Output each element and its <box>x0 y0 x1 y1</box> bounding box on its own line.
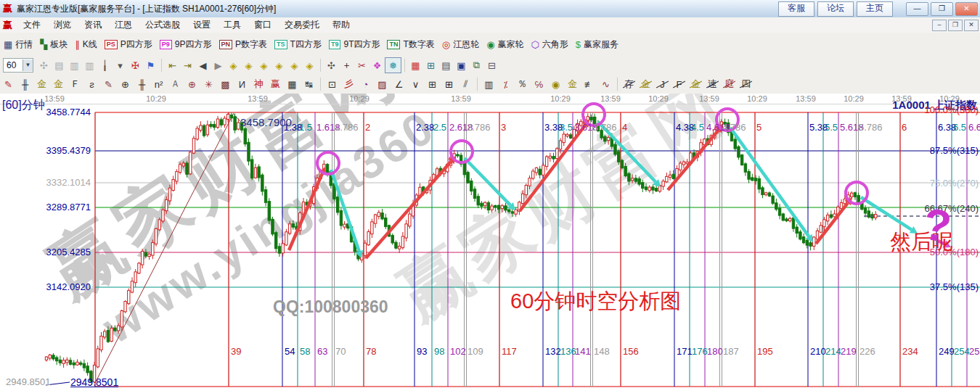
j-angle-icon[interactable]: J <box>654 77 671 92</box>
ruler-icon[interactable]: ╫ <box>17 77 33 92</box>
menu-item-交易委托[interactable]: 交易委托 <box>278 20 326 30</box>
pen-icon[interactable]: ✎ <box>0 77 17 92</box>
child-minimize-button[interactable]: – <box>932 20 947 31</box>
magenta-tool-icon[interactable]: ❖ <box>369 58 385 73</box>
angle-a-icon[interactable]: Ａ <box>167 77 184 92</box>
angle-icon[interactable]: ∠ <box>391 77 407 92</box>
percent-line-icon[interactable]: ⁒ <box>497 77 514 92</box>
first-icon[interactable]: ⇤ <box>165 58 180 73</box>
candlestick-chart[interactable] <box>0 94 980 388</box>
figure-icon[interactable]: ✠ <box>128 58 143 73</box>
homepage-button[interactable]: 主页 <box>857 1 893 17</box>
flag-chart-icon[interactable]: ⚑ <box>143 58 158 73</box>
chart9-icon[interactable]: ▥ <box>82 58 97 73</box>
prev-icon[interactable]: ◀ <box>195 58 211 73</box>
calendar-icon[interactable]: ▦ <box>408 58 423 73</box>
gold-circle-icon[interactable]: ◉ <box>547 77 564 92</box>
customer-service-button[interactable]: 客服 <box>778 1 814 17</box>
scissors-icon[interactable]: ✂ <box>354 58 369 73</box>
arc-icon[interactable]: ◔ <box>357 77 374 92</box>
notes-icon[interactable]: ▤ <box>438 58 454 73</box>
diamond-v-icon[interactable]: ◈ <box>287 58 302 73</box>
hash-icon[interactable]: ╫ <box>134 77 150 92</box>
forum-button[interactable]: 论坛 <box>817 1 854 17</box>
menu-item-窗口[interactable]: 窗口 <box>248 20 278 30</box>
chart3-icon[interactable]: ▥ <box>67 58 82 73</box>
menu-item-帮助[interactable]: 帮助 <box>326 20 356 30</box>
toolbar-item-9P四方形[interactable]: P99P四方形 <box>160 38 212 51</box>
diamond-x-icon[interactable]: ◈ <box>271 58 287 73</box>
wave-line-icon[interactable]: ∿ <box>597 77 614 92</box>
spiral-icon[interactable]: ƨ <box>83 77 100 92</box>
print-icon[interactable]: ⊟ <box>484 58 499 73</box>
menu-item-设置[interactable]: 设置 <box>187 20 217 30</box>
toolbar-item-T四方形[interactable]: TST四方形 <box>274 38 322 51</box>
pattern-icon[interactable]: ✣ <box>36 58 52 73</box>
diamond-right-icon[interactable]: ◈ <box>241 58 256 73</box>
levels-icon[interactable]: ≢ <box>581 77 597 92</box>
grid2-icon[interactable]: ⊞ <box>441 77 457 92</box>
web-icon[interactable]: ✳ <box>200 77 217 92</box>
close-button[interactable]: ✕ <box>955 2 978 16</box>
save-angle-icon[interactable]: 存 <box>621 77 637 92</box>
fan-square-icon[interactable]: ▨ <box>374 77 391 92</box>
toolbar-item-六角形[interactable]: ⬡六角形 <box>531 38 568 51</box>
toolbar-item-9T四方形[interactable]: T99T四方形 <box>329 38 380 51</box>
menu-item-资讯[interactable]: 资讯 <box>78 20 108 30</box>
menu-item-浏览[interactable]: 浏览 <box>47 20 78 30</box>
shen-icon[interactable]: 神 <box>250 77 267 92</box>
last-icon[interactable]: ⇥ <box>180 58 195 73</box>
hand-icon[interactable]: ✣ <box>324 58 339 73</box>
bars-icon[interactable]: ▥ <box>481 77 497 92</box>
span-icon[interactable]: ↹ <box>301 77 317 92</box>
grid-icon[interactable]: ⊞ <box>424 77 441 92</box>
crosshair-icon[interactable]: ＋ <box>339 58 354 73</box>
toolbar-item-T数字表[interactable]: TNT数字表 <box>387 38 434 51</box>
target-icon[interactable]: ⊕ <box>184 77 200 92</box>
ting-angle-icon[interactable]: 庭 <box>721 77 738 92</box>
gold-grid2-icon[interactable]: 金 <box>50 77 67 92</box>
calculator-icon[interactable]: ⊞ <box>423 58 438 73</box>
toolbar-item-P四方形[interactable]: PSP四方形 <box>105 38 152 51</box>
minimize-button[interactable]: — <box>906 2 928 16</box>
box-icon[interactable]: ⊡ <box>324 77 340 92</box>
candle-style-icon[interactable]: ╽ <box>97 58 113 73</box>
toolbar-item-板块[interactable]: ▚板块 <box>40 38 68 51</box>
toolbar-item-行情[interactable]: ▦行情 <box>4 38 33 51</box>
chart-area[interactable]: 赢家财富网www.yingjia360赢家财富网 13:5910:2913:59… <box>0 94 980 388</box>
grid123-icon[interactable]: ▦ <box>284 77 301 92</box>
next-icon[interactable]: ▶ <box>211 58 226 73</box>
time-space-icon[interactable]: ❅ <box>385 57 401 73</box>
toolbar-item-P数字表[interactable]: PNP数字表 <box>219 38 268 51</box>
gold-angle2-icon[interactable]: 金 <box>687 77 704 92</box>
diamond-h-icon[interactable]: ◈ <box>256 58 271 73</box>
web-square-icon[interactable]: ▩ <box>217 77 234 92</box>
toolbar-item-江恩轮[interactable]: ◎江恩轮 <box>442 38 479 51</box>
speed-angle-icon[interactable]: 速 <box>704 77 721 92</box>
toolbar-item-赢家服务[interactable]: $赢家服务 <box>576 38 618 51</box>
copy-icon[interactable]: ⧉ <box>469 58 484 73</box>
restore-button[interactable]: ❐ <box>931 2 953 16</box>
percent-level-icon[interactable]: ℅ <box>531 77 547 92</box>
circle-gauge-icon[interactable]: ⊕ <box>117 77 134 92</box>
candle-style-arrow-icon[interactable]: ▾ <box>113 58 128 73</box>
clipboard-icon[interactable]: ▤ <box>52 58 67 73</box>
fibonacci-icon[interactable]: Ｆ <box>67 77 83 92</box>
four-angle-icon[interactable]: 四 <box>738 77 754 92</box>
diamond-all-icon[interactable]: ◈ <box>302 58 317 73</box>
zigzag-icon[interactable]: ∨ <box>407 77 424 92</box>
f-angle-icon[interactable]: F <box>671 77 687 92</box>
period-combo[interactable]: 60 ▼ <box>3 58 33 73</box>
brush-icon[interactable]: ✎ <box>100 77 117 92</box>
menu-item-公式选股[interactable]: 公式选股 <box>139 20 187 30</box>
menu-item-工具[interactable]: 工具 <box>217 20 248 30</box>
ying-icon[interactable]: 赢 <box>267 77 284 92</box>
menu-item-文件[interactable]: 文件 <box>17 20 47 30</box>
menu-item-江恩[interactable]: 江恩 <box>108 20 139 30</box>
save-icon[interactable]: ▣ <box>454 58 469 73</box>
toolbar-item-K线[interactable]: ∥K线 <box>75 38 97 51</box>
square-number-icon[interactable]: n² <box>150 77 167 92</box>
diamond-left-icon[interactable]: ◈ <box>226 58 241 73</box>
child-close-button[interactable]: ✕ <box>964 20 979 31</box>
toolbar-item-赢家轮[interactable]: ◉赢家轮 <box>486 38 523 51</box>
